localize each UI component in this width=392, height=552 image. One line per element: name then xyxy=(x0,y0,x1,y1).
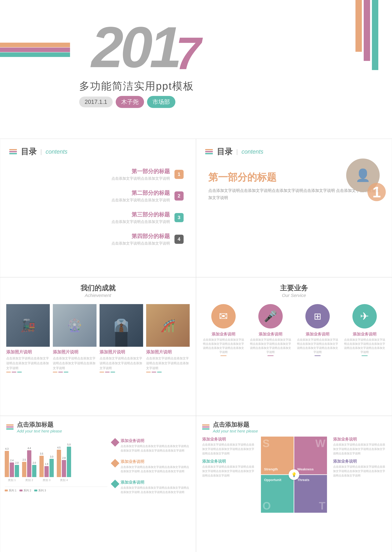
b1-val-orange: 4.3 xyxy=(5,447,8,450)
toc-item-1-content: 第一部分的标题 点击添加文字说明点击添加文字说明 xyxy=(12,168,175,181)
photo-label-4: 添加照片说明 xyxy=(146,349,190,355)
swot-right-title-4: 添加业务说明 xyxy=(333,459,386,464)
b2-orange-wrap: 2.5 xyxy=(22,459,26,477)
toc-item-2: 第二部分的标题 点击添加文字说明点击添加文字说明 2 xyxy=(12,189,184,203)
swbar-pink xyxy=(202,426,210,428)
service-circle-4: ✈ xyxy=(352,304,377,328)
toc-separator-r: | xyxy=(236,148,238,155)
bullet-title-2: 添加业务说明 xyxy=(120,459,191,464)
cover-number-suffix: 7 xyxy=(176,28,198,79)
service-underline-2 xyxy=(267,355,273,356)
toc-item-4-title: 第四部分的标题 xyxy=(12,233,170,240)
hbar-teal xyxy=(9,153,17,154)
bar-teal xyxy=(0,52,70,57)
b4-val-pink: 2.8 xyxy=(62,457,66,460)
toc-item-1-desc: 点击添加文字说明点击添加文字说明 xyxy=(12,176,170,181)
photo-box-3: 👔 xyxy=(99,304,143,347)
bar-group-4: 4.5 2.8 5.0 类别 4 xyxy=(57,443,71,482)
toc-items: 第一部分的标题 点击添加文字说明点击添加文字说明 1 第二部分的标题 点击添加文… xyxy=(0,162,196,260)
b1-val-teal: 2.0 xyxy=(15,461,19,464)
bullet-text-1: 添加业务说明 点击添加文字说明点击添加文字说明点击添加文字说明点击添加文字说明 … xyxy=(120,438,191,453)
bar-chart: 4.3 2.4 2.0 类别 1 xyxy=(5,435,107,487)
service-circle-3: ⊞ xyxy=(305,304,330,328)
b1-bar-pink xyxy=(10,462,14,477)
legend-dot-3 xyxy=(34,489,37,491)
toc-separator: | xyxy=(40,148,42,155)
chart-title-en: Add your text here please xyxy=(17,429,62,433)
swot-left-desc-3: 点击添加文字说明点击添加文字说明点击添加文字说明点击添加文字说明点击添加文字说明… xyxy=(202,465,255,478)
bar-group-4-bars: 4.5 2.8 5.0 xyxy=(57,443,71,477)
bar-group-3: 3.5 1.8 3.0 类别 3 xyxy=(39,453,54,482)
b4-pink-wrap: 2.8 xyxy=(62,457,66,477)
b3-val-teal: 3.0 xyxy=(50,455,53,458)
achievement-header: 我们的成就 Achievement xyxy=(0,277,196,301)
hbar-orange xyxy=(9,149,17,150)
b4-val-orange: 4.5 xyxy=(57,446,61,449)
slide-toc-left: 目录 | contents 第一部分的标题 点击添加文字说明点击添加文字说明 1… xyxy=(0,139,196,277)
pu3-pink xyxy=(105,372,110,372)
swot-grid-wrap: S Strength W Weakness O Opportunit xyxy=(261,437,327,513)
cover-bars-left xyxy=(0,43,70,61)
toc-item-2-title: 第二部分的标题 xyxy=(12,189,170,197)
b4-bar-teal xyxy=(67,447,71,477)
swot-right-desc: 添加业务说明 点击添加文字说明点击添加文字说明点击添加文字说明点击添加文字说明点… xyxy=(333,437,386,513)
service-underline-4 xyxy=(362,355,368,356)
b1-pink-wrap: 2.4 xyxy=(10,459,14,477)
swot-word-threats: Threats xyxy=(297,478,324,482)
chbar-orange xyxy=(6,425,14,426)
toc-item-3-desc: 点击添加文字说明点击添加文字说明 xyxy=(12,219,170,224)
photo-label-1: 添加照片说明 xyxy=(6,349,50,355)
service-underline-1 xyxy=(220,355,226,356)
service-item-4: ✈ 添加业务说明 点击添加文字说明点击添加文字说明点击添加文字说明点击添加文字说… xyxy=(343,304,386,356)
bullet-title-1: 添加业务说明 xyxy=(120,438,191,443)
swot-right-desc-2: 点击添加文字说明点击添加文字说明点击添加文字说明点击添加文字说明点击添加文字说明… xyxy=(333,443,386,456)
pu2-teal xyxy=(64,372,68,372)
pu-orange xyxy=(6,372,11,372)
b2-label: 类别 2 xyxy=(25,478,33,482)
photo-box-1: 🚂 xyxy=(6,304,50,347)
service-desc-1: 点击添加文字说明点击添加文字说明点击添加文字说明点击添加文字说明点击添加文字说明… xyxy=(202,338,245,354)
achievement-title-cn: 我们的成就 xyxy=(0,283,196,293)
bullet-title-3: 添加业务说明 xyxy=(120,480,191,485)
photo-label-2: 添加照片说明 xyxy=(53,349,96,355)
bar-group-1-bars: 4.3 2.4 2.0 xyxy=(5,447,19,477)
toc-title-en-r: contents xyxy=(241,149,263,155)
legend-3: 系列 3 xyxy=(34,489,46,492)
toc-item-3-content: 第三部分的标题 点击添加文字说明点击添加文字说明 xyxy=(12,211,175,224)
cover-tags: 2017.1.1 木子尧 市场部 xyxy=(79,96,175,108)
photo-row: 🚂 添加照片说明 点击添加文字说明点击添加文字说明点击添加文字说明点击添加文字说… xyxy=(0,304,196,372)
cover-number-text: 201 xyxy=(91,15,179,79)
bullet-3: 添加业务说明 点击添加文字说明点击添加文字说明点击添加文字说明点击添加文字说明 … xyxy=(112,480,191,495)
toc-header-right: 目录 | contents xyxy=(196,139,392,162)
photo-scenic-2: 🎡 xyxy=(53,304,96,347)
service-circle-2: 🎤 xyxy=(258,304,283,328)
b4-val-teal: 5.0 xyxy=(67,443,71,446)
pu-teal xyxy=(17,372,22,372)
header-bars-r xyxy=(205,149,213,154)
toc-number-4: 4 xyxy=(175,235,184,244)
b1-label: 类别 1 xyxy=(8,478,16,482)
b3-bar-teal xyxy=(49,459,54,477)
hdivider-2 xyxy=(0,416,392,416)
swot-right-desc-4: 点击添加文字说明点击添加文字说明点击添加文字说明点击添加文字说明点击添加文字说明… xyxy=(333,465,386,478)
swot-left-desc-1: 点击添加文字说明点击添加文字说明点击添加文字说明点击添加文字说明点击添加文字说明… xyxy=(202,443,255,456)
bullet-desc-2: 点击添加文字说明点击添加文字说明点击添加文字说明点击添加文字说明 点击添加文字说… xyxy=(120,465,191,474)
service-icon-2: 🎤 xyxy=(264,310,277,323)
slide-toc-right: 目录 | contents 第一部分的标题 点击添加文字说明点击添加文字说明点击… xyxy=(196,139,392,277)
swot-title-block: 点击添加标题 Add your text here please xyxy=(213,420,258,433)
b2-bar-pink xyxy=(27,450,31,477)
service-label-1: 添加业务说明 xyxy=(202,332,245,337)
swot-right-title-2: 添加业务说明 xyxy=(333,437,386,442)
service-icon-4: ✈ xyxy=(360,310,369,323)
photo-box-4: 🎢 xyxy=(146,304,190,347)
vbar-teal xyxy=(372,0,378,70)
photo-underline-4 xyxy=(146,372,190,372)
cover-dept-tag: 市场部 xyxy=(147,96,175,108)
section-number-badge: 1 xyxy=(367,183,386,201)
vbar-orange xyxy=(356,0,362,52)
service-label-3: 添加业务说明 xyxy=(296,332,339,337)
b2-val-teal: 2.0 xyxy=(33,461,36,464)
photo-box-2: 🎡 xyxy=(53,304,96,347)
service-desc-2: 点击添加文字说明点击添加文字说明点击添加文字说明点击添加文字说明点击添加文字说明… xyxy=(249,338,292,354)
service-grid: ✉ 添加业务说明 点击添加文字说明点击添加文字说明点击添加文字说明点击添加文字说… xyxy=(196,301,392,359)
